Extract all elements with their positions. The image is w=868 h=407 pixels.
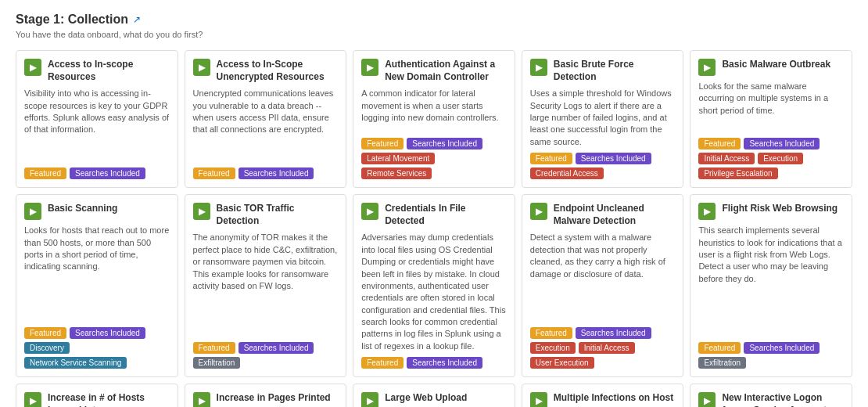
tag-searches[interactable]: Searches Included — [744, 138, 820, 149]
card-card-15[interactable]: ▶New Interactive Logon from a Service Ac… — [690, 384, 852, 407]
tag-featured[interactable]: Featured — [530, 153, 572, 164]
card-header: ▶Large Web Upload — [361, 392, 507, 407]
tag-user-exec[interactable]: User Execution — [530, 357, 594, 369]
card-description: A common indicator for lateral movement … — [361, 88, 507, 133]
card-icon: ▶ — [193, 392, 210, 407]
card-tags: FeaturedSearches IncludedLateral Movemen… — [361, 138, 507, 179]
card-tags: FeaturedSearches IncludedExecutionInitia… — [530, 327, 676, 369]
tag-searches[interactable]: Searches Included — [407, 357, 482, 369]
tag-exfiltration[interactable]: Exfiltration — [698, 357, 746, 369]
card-card-9[interactable]: ▶Endpoint Uncleaned Malware DetectionDet… — [522, 194, 684, 377]
card-icon: ▶ — [361, 203, 378, 220]
tag-initial[interactable]: Initial Access — [698, 153, 755, 164]
card-header: ▶Credentials In File Detected — [361, 203, 507, 227]
card-icon: ▶ — [361, 392, 378, 407]
tag-featured[interactable]: Featured — [530, 327, 572, 339]
card-card-13[interactable]: ▶Large Web Upload — [353, 384, 515, 407]
tag-exfiltration[interactable]: Exfiltration — [193, 357, 241, 369]
tag-featured[interactable]: Featured — [361, 138, 404, 149]
card-description: Detect a system with a malware detection… — [530, 232, 676, 322]
card-icon: ▶ — [698, 59, 716, 76]
page-container: Stage 1: Collection ↗ You have the data … — [0, 0, 868, 407]
stage-title: Stage 1: Collection — [16, 13, 128, 27]
card-icon: ▶ — [193, 203, 210, 220]
tag-featured[interactable]: Featured — [361, 357, 404, 369]
tag-searches[interactable]: Searches Included — [70, 167, 145, 179]
card-card-14[interactable]: ▶Multiple Infections on Host — [522, 384, 684, 407]
card-header: ▶Increase in Pages Printed — [193, 392, 339, 407]
card-tags: FeaturedSearches IncludedDiscoveryNetwor… — [24, 327, 170, 369]
tag-featured[interactable]: Featured — [698, 342, 741, 354]
card-tags: FeaturedSearches Included — [193, 167, 339, 179]
card-header: ▶New Interactive Logon from a Service Ac… — [698, 392, 844, 407]
tag-execution[interactable]: Execution — [530, 342, 576, 354]
card-header: ▶Flight Risk Web Browsing — [698, 203, 844, 220]
card-title: Access to In-Scope Unencrypted Resources — [217, 59, 339, 83]
tag-featured[interactable]: Featured — [24, 167, 66, 179]
card-icon: ▶ — [530, 392, 547, 407]
tag-featured[interactable]: Featured — [24, 327, 66, 339]
card-description: Looks for hosts that reach out to more t… — [24, 225, 170, 322]
tag-remote[interactable]: Remote Services — [361, 167, 432, 179]
card-title: Authentication Against a New Domain Cont… — [385, 59, 507, 83]
card-card-10[interactable]: ▶Flight Risk Web BrowsingThis search imp… — [690, 194, 852, 377]
card-header: ▶Increase in # of Hosts Logged into — [24, 392, 170, 407]
card-icon: ▶ — [361, 59, 378, 76]
card-title: Flight Risk Web Browsing — [722, 203, 838, 215]
card-header: ▶Basic TOR Traffic Detection — [193, 203, 339, 227]
external-link-icon[interactable]: ↗ — [133, 14, 141, 25]
card-title: Credentials In File Detected — [385, 203, 507, 227]
card-card-3[interactable]: ▶Authentication Against a New Domain Con… — [353, 50, 515, 188]
card-title: Increase in Pages Printed — [217, 392, 331, 405]
tag-searches[interactable]: Searches Included — [70, 327, 145, 339]
tag-searches[interactable]: Searches Included — [576, 153, 651, 164]
tag-lateral[interactable]: Lateral Movement — [361, 153, 435, 164]
tag-credential[interactable]: Credential Access — [530, 167, 604, 179]
card-card-7[interactable]: ▶Basic TOR Traffic DetectionThe anonymit… — [185, 194, 347, 377]
card-card-11[interactable]: ▶Increase in # of Hosts Logged into — [16, 384, 178, 407]
tag-searches[interactable]: Searches Included — [744, 342, 820, 354]
card-tags: FeaturedSearches IncludedInitial AccessE… — [698, 138, 844, 179]
card-title: Multiple Infections on Host — [554, 392, 673, 405]
card-title: Endpoint Uncleaned Malware Detection — [554, 203, 676, 227]
stage-subtitle: You have the data onboard, what do you d… — [16, 30, 852, 39]
card-description: The anonymity of TOR makes it the perfec… — [193, 232, 339, 337]
card-title: Basic Brute Force Detection — [554, 59, 676, 83]
card-icon: ▶ — [24, 59, 41, 76]
card-description: This search implements several heuristic… — [698, 225, 844, 337]
card-description: Adversaries may dump credentials into lo… — [361, 232, 507, 352]
cards-grid: ▶Access to In-scope ResourcesVisibility … — [16, 50, 852, 377]
card-card-2[interactable]: ▶Access to In-Scope Unencrypted Resource… — [185, 50, 347, 188]
card-title: Large Web Upload — [385, 392, 467, 405]
tag-execution[interactable]: Execution — [758, 153, 803, 164]
card-tags: FeaturedSearches Included — [361, 357, 507, 369]
tag-featured[interactable]: Featured — [193, 167, 235, 179]
tag-discovery[interactable]: Discovery — [24, 342, 70, 354]
card-tags: FeaturedSearches Included — [24, 167, 170, 179]
card-title: Increase in # of Hosts Logged into — [48, 392, 170, 407]
card-card-12[interactable]: ▶Increase in Pages Printed — [185, 384, 347, 407]
tag-searches[interactable]: Searches Included — [239, 342, 314, 354]
card-description: Visibility into who is accessing in-scop… — [24, 88, 170, 163]
card-icon: ▶ — [698, 203, 716, 220]
card-description: Looks for the same malware occurring on … — [698, 81, 844, 133]
card-icon: ▶ — [24, 203, 41, 220]
card-card-4[interactable]: ▶Basic Brute Force DetectionUses a simpl… — [522, 50, 684, 188]
card-card-5[interactable]: ▶Basic Malware OutbreakLooks for the sam… — [690, 50, 852, 188]
card-card-1[interactable]: ▶Access to In-scope ResourcesVisibility … — [16, 50, 178, 188]
tag-searches[interactable]: Searches Included — [407, 138, 482, 149]
tag-featured[interactable]: Featured — [193, 342, 235, 354]
tag-featured[interactable]: Featured — [698, 138, 741, 149]
card-card-8[interactable]: ▶Credentials In File DetectedAdversaries… — [353, 194, 515, 377]
tag-searches[interactable]: Searches Included — [239, 167, 314, 179]
tag-privilege[interactable]: Privilege Escalation — [698, 167, 777, 179]
tag-searches[interactable]: Searches Included — [576, 327, 651, 339]
tag-initial[interactable]: Initial Access — [579, 342, 635, 354]
tag-network[interactable]: Network Service Scanning — [24, 357, 127, 369]
card-card-6[interactable]: ▶Basic ScanningLooks for hosts that reac… — [16, 194, 178, 377]
bottom-row: ▶Increase in # of Hosts Logged into▶Incr… — [16, 384, 852, 407]
card-header: ▶Basic Brute Force Detection — [530, 59, 676, 83]
card-icon: ▶ — [530, 59, 547, 76]
card-description: Unencrypted communications leaves you vu… — [193, 88, 339, 163]
card-header: ▶Multiple Infections on Host — [530, 392, 676, 407]
